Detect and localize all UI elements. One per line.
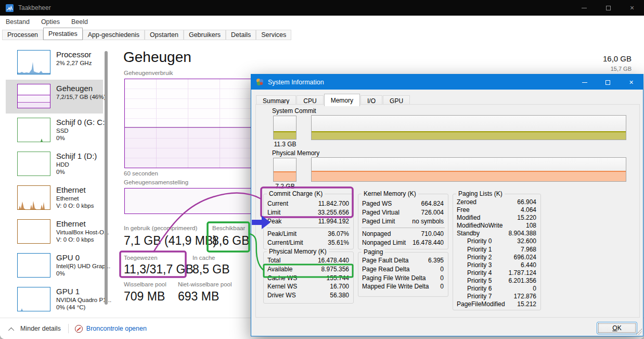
gpu0-mini-chart <box>17 253 50 278</box>
row-value: 6.201.356 <box>509 277 536 285</box>
tab-processen[interactable]: Processen <box>2 30 43 40</box>
info-row: Peak11.994.192 <box>264 217 353 226</box>
item-subtitle2: 0% (44 °C) <box>56 304 103 311</box>
dialog-close-button[interactable]: × <box>620 75 643 90</box>
menu-beeld[interactable]: Beeld <box>66 18 94 26</box>
row-value: 16.478.440 <box>318 256 349 265</box>
sidebar-item-ethernet2[interactable]: Ethernet VirtualBox Host-O... V: 0 O: 0 … <box>6 215 103 249</box>
group-commit-charge: Commit Charge (K) Current11.842.700 Limi… <box>263 194 354 249</box>
stat-value-wisselbare-pool: 709 MB <box>124 290 165 304</box>
ethernet2-mini-chart <box>17 219 50 244</box>
group-title: Paging <box>362 248 385 256</box>
system-commit-history-graph <box>311 115 626 140</box>
item-subtitle: Intel(R) UHD Grap... <box>56 262 103 270</box>
info-row: Limit33.255.656 <box>264 208 353 217</box>
tab-services[interactable]: Services <box>256 30 291 40</box>
dialog-tab-memory[interactable]: Memory <box>324 94 360 106</box>
item-subtitle: Ethernet <box>56 195 94 202</box>
item-subtitle: HDD <box>56 161 97 168</box>
stat-label-in-gebruik: In gebruik (gecomprimeerd) <box>124 225 197 231</box>
info-row: Available8.975.356 <box>264 265 353 274</box>
sidebar-item-gpu1[interactable]: GPU 1 NVIDIA Quadro P1... 0% (44 °C) <box>6 283 103 317</box>
physical-memory-gauge-value: 7.2 GB <box>267 183 303 190</box>
stat-label-in-cache: In cache <box>192 255 215 261</box>
minimize-button[interactable] <box>572 0 596 16</box>
info-row: Page Read Delta0 <box>358 265 448 274</box>
row-value: 7.968 <box>521 246 536 254</box>
network-spikes-icon <box>18 186 50 209</box>
row-label: PageFileModified <box>457 300 505 308</box>
physical-memory-history-graph <box>311 157 626 182</box>
performance-sidebar: Processor 2% 2,27 GHz Geheugen 7,2/15,7 … <box>0 46 104 317</box>
ok-button[interactable]: OK <box>597 322 637 334</box>
stat-label-beschikbaar: Beschikbaar <box>212 225 245 231</box>
row-label: Priority 2 <box>457 254 492 261</box>
disk1-mini-chart <box>17 152 50 176</box>
cpu-mini-chart <box>17 50 50 74</box>
dialog-maximize-button[interactable] <box>596 75 620 90</box>
close-button[interactable]: × <box>620 0 644 16</box>
tab-prestaties[interactable]: Prestaties <box>43 28 83 40</box>
sidebar-item-schijf0[interactable]: Schijf 0 (G: C:) SSD 0% <box>6 114 103 147</box>
row-label: Total <box>267 256 280 265</box>
menu-bestand[interactable]: Bestand <box>0 18 35 26</box>
item-title: Ethernet <box>56 219 103 229</box>
resize-grip[interactable] <box>636 329 642 335</box>
row-label: Priority 3 <box>457 261 492 269</box>
info-row: Priority 032.600 <box>453 237 540 245</box>
info-row: Priority 36.440 <box>453 261 540 269</box>
menu-opties[interactable]: Opties <box>35 18 66 26</box>
system-commit-history-fill <box>312 131 626 140</box>
row-label: Kernel WS <box>267 282 297 291</box>
row-value: 726.004 <box>421 208 444 217</box>
item-title: Processor <box>56 50 92 59</box>
info-row: Total16.478.440 <box>264 256 353 265</box>
row-label: Current/Limit <box>267 238 303 247</box>
tab-opstarten[interactable]: Opstarten <box>145 30 184 40</box>
maximize-icon <box>606 80 610 85</box>
row-value: 16.478.440 <box>413 238 444 247</box>
item-title: Ethernet <box>56 185 94 195</box>
row-value: 15.212 <box>517 300 536 308</box>
group-title: Physical Memory (K) <box>267 248 329 255</box>
row-label: Limit <box>267 208 280 217</box>
window-title: Taakbeheer <box>18 4 51 11</box>
disk0-mini-chart <box>17 118 50 142</box>
group-separator <box>267 228 350 228</box>
maximize-button[interactable] <box>596 0 620 16</box>
row-value: no symbols <box>412 217 444 226</box>
dialog-minimize-button[interactable] <box>573 75 596 90</box>
tab-details[interactable]: Details <box>226 30 256 40</box>
gpu1-mini-chart <box>17 287 50 311</box>
info-row: Nonpaged Limit16.478.440 <box>358 238 448 247</box>
row-value: 664.824 <box>421 199 444 208</box>
info-row: Priority 7172.876 <box>453 293 540 300</box>
row-label: Page Read Delta <box>362 265 409 274</box>
sidebar-item-ethernet1[interactable]: Ethernet Ethernet V: 0 O: 0 kbps <box>6 181 103 215</box>
sidebar-item-gpu0[interactable]: GPU 0 Intel(R) UHD Grap... 0% <box>6 249 103 283</box>
maximize-icon <box>606 6 611 10</box>
row-value: 16.700 <box>330 282 349 291</box>
chevron-up-icon <box>8 328 14 333</box>
sidebar-item-geheugen[interactable]: Geheugen 7,2/15,7 GB (46%) <box>6 80 103 114</box>
open-resource-monitor-link[interactable]: Broncontrole openen <box>75 325 147 333</box>
menu-bar: Bestand Opties Beeld <box>0 16 644 28</box>
row-label: Modified <box>457 214 480 222</box>
tab-gebruikers[interactable]: Gebruikers <box>184 30 226 40</box>
sidebar-item-schijf1[interactable]: Schijf 1 (D:) HDD 0% <box>6 147 103 181</box>
info-row: Priority 60 <box>453 285 540 293</box>
info-row: Mapped File Write Delta0 <box>358 282 448 291</box>
less-details-label: Minder details <box>20 325 61 332</box>
row-value: 8.904.388 <box>509 230 536 237</box>
tab-app-geschiedenis[interactable]: App-geschiedenis <box>83 30 145 40</box>
page-title: Geheugen <box>123 49 191 66</box>
physical-memory-gauge <box>273 158 297 182</box>
row-value: 0 <box>440 265 444 274</box>
item-subtitle2: V: 0 O: 0 kbps <box>56 236 103 243</box>
composition-label: Geheugensamenstelling <box>124 179 188 185</box>
dialog-title: System Information <box>268 79 324 86</box>
sidebar-item-processor[interactable]: Processor 2% 2,27 GHz <box>6 46 103 80</box>
sidebar-scrollbar[interactable] <box>105 51 108 305</box>
less-details-button[interactable]: Minder details <box>0 325 61 332</box>
row-label: Page Fault Delta <box>362 256 408 265</box>
